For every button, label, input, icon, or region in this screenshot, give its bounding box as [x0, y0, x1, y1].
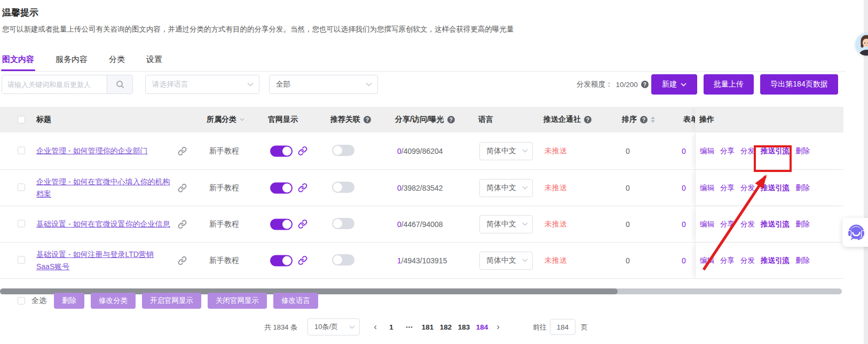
article-title-link[interactable]: 企业管理 - 如何管理你的企业部门	[36, 145, 147, 157]
question-icon[interactable]: ?	[640, 116, 648, 123]
customer-service-widget[interactable]	[842, 218, 868, 247]
recommend-toggle[interactable]	[332, 145, 354, 158]
pager: ‹ 1 ••• 181 182 183 184 ›	[368, 318, 505, 335]
page-181[interactable]: 181	[419, 318, 437, 335]
col-push: 推送企通社 ?	[543, 107, 591, 132]
site-display-toggle[interactable]	[270, 182, 293, 193]
row-language-select[interactable]: 简体中文	[479, 215, 533, 233]
assistant-avatar[interactable]	[855, 33, 868, 56]
push-traffic-link[interactable]: 推送引流	[761, 183, 790, 193]
row-language-select[interactable]: 简体中文	[479, 142, 533, 160]
sort-caret-icon[interactable]	[651, 116, 655, 123]
batch-upload-button[interactable]: 批量上传	[704, 74, 754, 95]
tab-service-content[interactable]: 服务内容	[54, 51, 89, 71]
row-operations: 编辑 分享 分发 推送引流 删除	[695, 243, 843, 278]
delete-link[interactable]: 删除	[795, 146, 810, 156]
next-page-icon[interactable]: ›	[491, 318, 505, 335]
question-icon[interactable]: ?	[364, 116, 371, 123]
copy-link-icon[interactable]	[178, 146, 187, 155]
recommend-toggle[interactable]	[332, 182, 354, 194]
row-title: 基础设置 - 如何注册与登录LTD营销SaaS账号	[36, 243, 171, 278]
col-category[interactable]: 所属分类	[207, 107, 244, 132]
share-link[interactable]: 分享	[720, 256, 735, 265]
page-182[interactable]: 182	[437, 318, 455, 335]
bulk-disable-site-display-button[interactable]: 关闭官网显示	[208, 293, 267, 309]
edit-link[interactable]: 编辑	[700, 220, 714, 229]
page-183[interactable]: 183	[455, 318, 473, 335]
goto-page-input[interactable]	[550, 319, 575, 335]
prev-page-icon[interactable]: ‹	[368, 318, 382, 335]
tab-settings[interactable]: 设置	[145, 51, 163, 71]
copy-link-icon[interactable]	[178, 183, 187, 192]
create-button[interactable]: 新建	[651, 74, 697, 95]
search-input[interactable]	[2, 75, 107, 93]
site-display-toggle[interactable]	[270, 255, 293, 266]
row-checkbox[interactable]	[18, 183, 25, 192]
bulk-change-language-button[interactable]: 修改语言	[273, 293, 318, 309]
share-link[interactable]: 分享	[720, 220, 735, 229]
row-language-select[interactable]: 简体中文	[479, 179, 533, 197]
recommend-toggle[interactable]	[332, 254, 354, 267]
share-visit-exposure: 1/4943/103915	[397, 256, 447, 265]
page-description: 您可以新建或者批量上传公司有关咨询的图文内容，并通过分类的方式有目的的分享分发。…	[2, 25, 514, 34]
page-184-current[interactable]: 184	[473, 318, 491, 335]
delete-link[interactable]: 删除	[795, 220, 810, 229]
goto-label: 前往	[533, 323, 547, 332]
push-traffic-link[interactable]: 推送引流	[761, 146, 790, 156]
select-all-header-checkbox[interactable]	[18, 107, 25, 132]
col-title: 标题	[36, 107, 51, 132]
article-title-link[interactable]: 基础设置 - 如何注册与登录LTD营销SaaS账号	[36, 248, 171, 273]
question-icon[interactable]: ?	[584, 116, 591, 123]
recommend-toggle[interactable]	[332, 218, 354, 231]
col-site-display: 官网显示	[268, 107, 298, 132]
distribute-link[interactable]: 分发	[740, 220, 755, 229]
site-link-icon[interactable]	[298, 146, 307, 156]
site-link-icon[interactable]	[298, 256, 307, 265]
article-title-link[interactable]: 基础设置 - 如何在官微设置你的企业信息	[36, 218, 170, 230]
site-link-icon[interactable]	[298, 183, 307, 193]
distribute-link[interactable]: 分发	[740, 183, 755, 193]
row-checkbox[interactable]	[18, 256, 25, 265]
language-filter-select[interactable]: 请选择语言	[145, 75, 259, 94]
push-status: 未推送	[545, 220, 567, 229]
site-display-toggle[interactable]	[270, 218, 293, 230]
category-filter-select[interactable]: 全部	[269, 75, 378, 94]
push-traffic-link[interactable]: 推送引流	[761, 256, 790, 265]
row-language-select[interactable]: 简体中文	[479, 252, 533, 270]
push-status: 未推送	[545, 256, 567, 265]
row-checkbox[interactable]	[18, 220, 25, 229]
share-link[interactable]: 分享	[720, 146, 735, 156]
bulk-delete-button[interactable]: 删除	[54, 293, 84, 309]
article-title-link[interactable]: 企业管理 - 如何在官微中心填入你的机构档案	[36, 176, 171, 200]
site-link-icon[interactable]	[298, 220, 307, 229]
share-link[interactable]: 分享	[720, 183, 735, 193]
copy-link-icon[interactable]	[178, 256, 187, 265]
distribute-link[interactable]: 分发	[740, 256, 755, 265]
distribute-link[interactable]: 分发	[740, 146, 755, 156]
pagination: 共 1834 条 10条/页 ‹ 1 ••• 181 182 183 184 ›…	[0, 318, 868, 335]
export-page-data-button[interactable]: 导出第184页数据	[760, 74, 838, 95]
select-all-checkbox[interactable]	[18, 297, 25, 304]
table-row: 企业管理 - 如何在官微中心填入你的机构档案 新手教程 0/3982/83542…	[0, 170, 843, 206]
tab-article-content[interactable]: 图文内容	[1, 51, 35, 71]
bulk-enable-site-display-button[interactable]: 开启官网显示	[142, 293, 201, 309]
edit-link[interactable]: 编辑	[700, 146, 714, 156]
quota-label: 分发额度：	[577, 80, 613, 89]
push-traffic-link[interactable]: 推送引流	[761, 220, 790, 229]
row-checkbox[interactable]	[18, 146, 25, 155]
search-button[interactable]	[107, 75, 132, 93]
tab-category[interactable]: 分类	[108, 51, 126, 71]
question-icon[interactable]: ?	[447, 116, 455, 123]
page-1[interactable]: 1	[382, 318, 400, 335]
delete-link[interactable]: 删除	[795, 256, 810, 265]
bulk-change-category-button[interactable]: 修改分类	[91, 293, 136, 309]
page-ellipsis[interactable]: •••	[400, 324, 419, 330]
delete-link[interactable]: 删除	[795, 183, 810, 193]
copy-link-icon[interactable]	[178, 220, 187, 229]
page-size-select[interactable]: 10条/页	[307, 318, 360, 335]
question-icon[interactable]: ?	[641, 81, 649, 88]
site-display-toggle[interactable]	[270, 145, 293, 157]
edit-link[interactable]: 编辑	[700, 256, 714, 265]
table-header: 标题 所属分类 官网显示 推荐关联 ? 分享/访问/曝光 ? 语言 推送企通社 …	[0, 107, 843, 132]
edit-link[interactable]: 编辑	[700, 183, 714, 193]
